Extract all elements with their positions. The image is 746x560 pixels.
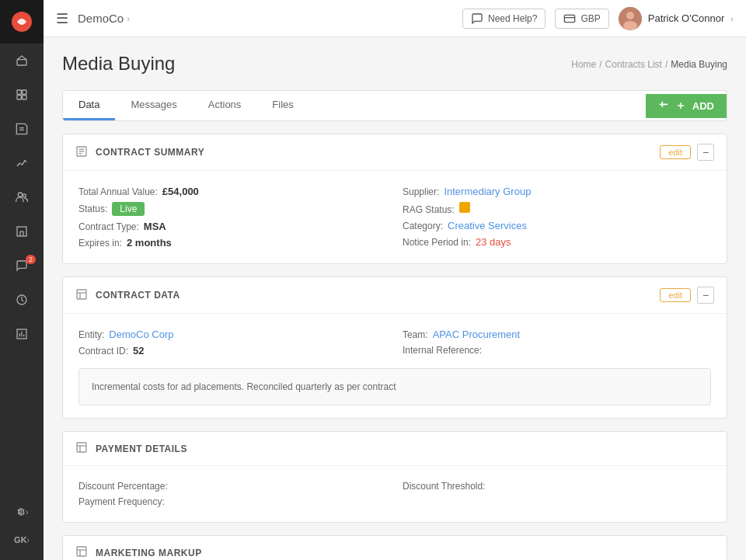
payment-freq-label: Payment Frequency: xyxy=(78,496,165,507)
breadcrumb-home[interactable]: Home xyxy=(571,59,596,70)
tabs-bar: Data Messages Actions Files ADD xyxy=(62,90,727,121)
contract-summary-icon xyxy=(75,145,88,160)
notice-period-row: Notice Period in: 23 days xyxy=(403,234,711,250)
payment-details-section: PAYMENT DETAILS Discount Percentage: Pay… xyxy=(62,431,727,523)
team-row: Team: APAC Procurement xyxy=(403,326,711,343)
notice-period-value: 23 days xyxy=(476,236,511,248)
contract-summary-body: Total Annual Value: £54,000 Status: Live… xyxy=(63,171,727,263)
payment-details-icon xyxy=(75,441,88,456)
company-selector[interactable]: DemoCo › xyxy=(78,12,130,25)
col-left: Total Annual Value: £54,000 Status: Live… xyxy=(78,183,387,251)
section-header-left-4: MARKETING MARKUP xyxy=(75,545,202,560)
sidebar: 2 › GK › xyxy=(0,0,44,560)
marketing-markup-section: MARKETING MARKUP Percentage Markup: xyxy=(62,535,727,560)
category-label: Category: xyxy=(403,221,443,231)
category-row: Category: Creative Services xyxy=(403,217,711,234)
marketing-markup-icon xyxy=(75,545,88,560)
cd-col-right: Team: APAC Procurement Internal Referenc… xyxy=(403,326,711,359)
sidebar-item-people[interactable] xyxy=(0,180,44,214)
tab-actions[interactable]: Actions xyxy=(193,91,257,120)
svg-point-9 xyxy=(23,194,26,197)
main-area: ☰ DemoCo › Need Help? GBP Patrick O'Conn… xyxy=(44,0,746,560)
svg-rect-2 xyxy=(17,90,21,94)
tab-files[interactable]: Files xyxy=(256,91,309,120)
payment-details-grid: Discount Percentage: Payment Frequency: … xyxy=(78,478,711,510)
contract-summary-edit-button[interactable]: edit xyxy=(660,145,691,159)
contract-data-body: Entity: DemoCo Corp Contract ID: 52 Team… xyxy=(63,314,727,418)
status-row: Status: Live xyxy=(78,200,387,218)
breadcrumb-sep2: / xyxy=(665,59,668,70)
category-value[interactable]: Creative Services xyxy=(448,220,527,231)
sidebar-item-analytics[interactable] xyxy=(0,146,44,180)
col-right: Supplier: Intermediary Group RAG Status:… xyxy=(403,183,711,251)
discount-pct-row: Discount Percentage: xyxy=(78,478,387,494)
sidebar-item-reports[interactable] xyxy=(0,317,44,351)
sidebar-item-settings[interactable]: › xyxy=(0,498,44,526)
sidebar-item-dashboard[interactable] xyxy=(0,78,44,112)
page-header: Media Buying Home / Contracts List / Med… xyxy=(62,53,727,75)
tab-messages[interactable]: Messages xyxy=(115,91,192,120)
contract-type-row: Contract Type: MSA xyxy=(78,218,387,235)
expires-label: Expires in: xyxy=(78,238,122,249)
contract-summary-title: CONTRACT SUMMARY xyxy=(96,147,204,158)
sidebar-item-home[interactable] xyxy=(0,43,44,78)
contract-summary-grid: Total Annual Value: £54,000 Status: Live… xyxy=(78,183,711,251)
discount-threshold-label: Discount Threshold: xyxy=(403,481,486,492)
pd-col-right: Discount Threshold: xyxy=(403,478,711,510)
contract-summary-collapse-button[interactable]: − xyxy=(697,144,714,161)
username: Patrick O'Connor xyxy=(648,12,725,24)
contract-data-icon xyxy=(75,288,88,303)
breadcrumb-sep1: / xyxy=(599,59,601,70)
internal-ref-row: Internal Reference: xyxy=(403,343,711,358)
total-annual-value: £54,000 xyxy=(162,186,199,197)
rag-status-row: RAG Status: xyxy=(403,200,711,217)
sidebar-bottom: › GK › xyxy=(0,498,44,560)
help-label: Need Help? xyxy=(488,13,537,24)
contract-summary-section: CONTRACT SUMMARY edit − Total Annual Val… xyxy=(62,134,727,264)
total-annual-value-row: Total Annual Value: £54,000 xyxy=(78,183,387,200)
status-badge: Live xyxy=(112,202,145,216)
contract-data-title: CONTRACT DATA xyxy=(96,290,180,301)
svg-rect-20 xyxy=(565,15,575,22)
sidebar-item-gk[interactable]: GK › xyxy=(0,526,44,554)
breadcrumb: Home / Contracts List / Media Buying xyxy=(571,59,727,70)
breadcrumb-current: Media Buying xyxy=(671,59,727,70)
add-button[interactable]: ADD xyxy=(646,94,727,118)
contract-data-edit-button[interactable]: edit xyxy=(660,288,691,302)
contract-data-collapse-button[interactable]: − xyxy=(697,287,714,304)
sidebar-item-messages[interactable]: 2 xyxy=(0,249,44,283)
discount-pct-label: Discount Percentage: xyxy=(78,481,168,492)
section-header-right: edit − xyxy=(660,144,714,161)
sidebar-item-clock[interactable] xyxy=(0,283,44,317)
settings-expand-arrow: › xyxy=(26,508,28,517)
svg-rect-5 xyxy=(23,96,26,99)
status-label: Status: xyxy=(78,203,107,214)
svg-point-24 xyxy=(623,21,637,30)
tab-data[interactable]: Data xyxy=(63,91,115,120)
cd-col-left: Entity: DemoCo Corp Contract ID: 52 xyxy=(78,326,387,359)
user-menu[interactable]: Patrick O'Connor › xyxy=(619,7,734,30)
currency-selector[interactable]: GBP xyxy=(555,9,608,29)
team-value[interactable]: APAC Procurement xyxy=(433,329,520,340)
contract-id-label: Contract ID: xyxy=(78,346,128,357)
currency-label: GBP xyxy=(580,13,600,24)
contract-type-value: MSA xyxy=(144,221,166,232)
avatar xyxy=(619,7,642,30)
section-header-left-3: PAYMENT DETAILS xyxy=(75,441,187,456)
svg-rect-1 xyxy=(17,60,26,65)
breadcrumb-contracts-list[interactable]: Contracts List xyxy=(605,59,662,70)
total-annual-value-label: Total Annual Value: xyxy=(78,186,158,197)
contract-data-section: CONTRACT DATA edit − Entity: DemoCo Corp xyxy=(62,277,727,419)
supplier-value[interactable]: Intermediary Group xyxy=(444,186,531,197)
sidebar-item-contracts[interactable] xyxy=(0,112,44,146)
svg-rect-34 xyxy=(77,290,86,299)
page-content: Media Buying Home / Contracts List / Med… xyxy=(44,37,746,560)
entity-value[interactable]: DemoCo Corp xyxy=(109,329,173,340)
sidebar-logo[interactable] xyxy=(0,0,44,43)
help-button[interactable]: Need Help? xyxy=(462,9,546,29)
sidebar-item-building[interactable] xyxy=(0,214,44,249)
notice-period-label: Notice Period in: xyxy=(403,237,471,248)
rag-status-dot xyxy=(459,202,470,213)
gk-expand-arrow: › xyxy=(27,536,30,544)
hamburger-button[interactable]: ☰ xyxy=(56,10,68,27)
